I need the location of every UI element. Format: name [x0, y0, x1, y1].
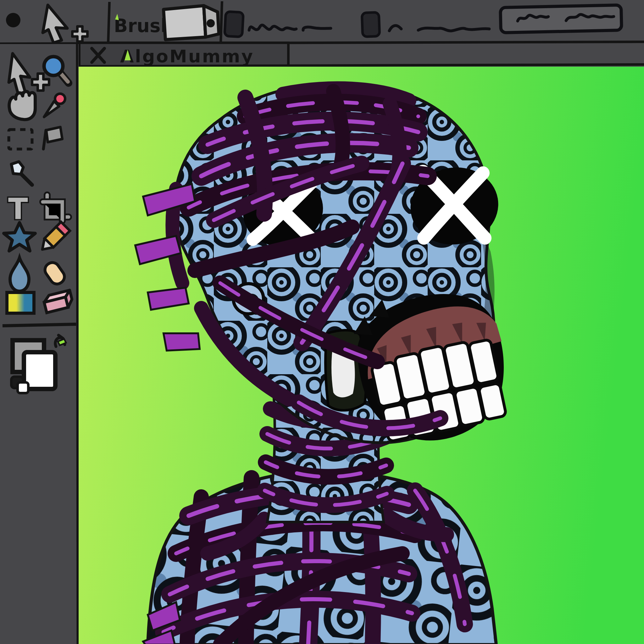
brush-option-swatch-1[interactable] [225, 12, 243, 37]
bandage-frayed-tip [164, 333, 200, 351]
magnifier-icon [44, 57, 63, 75]
tool-crop[interactable] [43, 195, 69, 221]
tool-gradient[interactable] [7, 292, 34, 313]
letter-t-icon: T [8, 192, 28, 226]
eyedropper-icon [55, 94, 65, 104]
tab-title: AlgoMummy [120, 46, 254, 66]
tool-text[interactable]: T [8, 192, 28, 226]
brush-preview-box[interactable] [164, 6, 219, 40]
status-dot-icon [6, 13, 20, 27]
brush-option-swatch-2[interactable] [362, 12, 380, 37]
top-toolbar: Brush AlgoMummy [0, 0, 644, 67]
gradient-swatch-icon [7, 292, 34, 313]
flag-icon [46, 127, 62, 142]
wand-icon [11, 162, 23, 174]
canvas-artwork[interactable] [79, 67, 644, 644]
toolbar-separator-1 [108, 2, 109, 43]
palette-divider [3, 324, 76, 326]
tool-palette: T [0, 44, 79, 644]
palette-right-edge [77, 44, 78, 644]
toolbar-action-button[interactable] [500, 5, 622, 33]
toolbar-separator-2 [221, 1, 222, 43]
tab-algomummy[interactable]: AlgoMummy [79, 43, 288, 67]
